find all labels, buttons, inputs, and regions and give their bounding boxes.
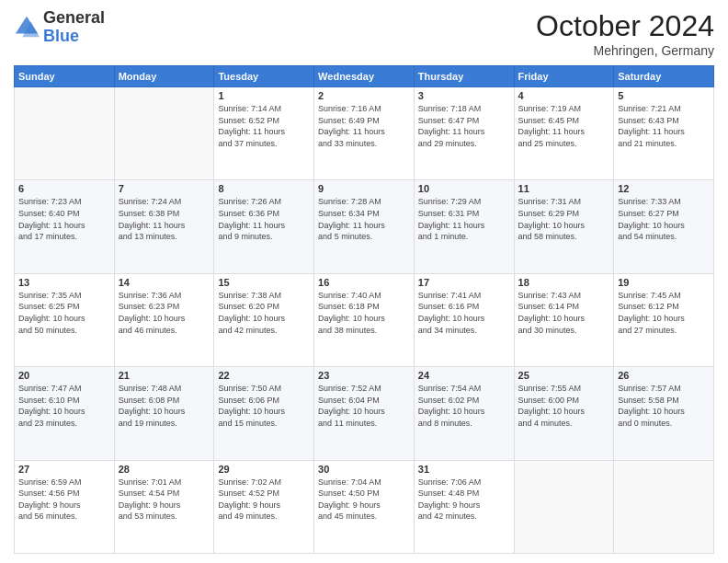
day-info: Sunrise: 7:23 AM Sunset: 6:40 PM Dayligh… <box>18 196 110 242</box>
day-info: Sunrise: 7:16 AM Sunset: 6:49 PM Dayligh… <box>318 103 410 149</box>
day-info: Sunrise: 7:24 AM Sunset: 6:38 PM Dayligh… <box>119 196 210 242</box>
calendar-week-row: 1Sunrise: 7:14 AM Sunset: 6:52 PM Daylig… <box>15 87 714 180</box>
day-info: Sunrise: 7:55 AM Sunset: 6:00 PM Dayligh… <box>518 383 610 429</box>
calendar-cell: 17Sunrise: 7:41 AM Sunset: 6:16 PM Dayli… <box>414 273 514 366</box>
calendar-cell: 27Sunrise: 6:59 AM Sunset: 4:56 PM Dayli… <box>15 460 115 553</box>
day-info: Sunrise: 7:02 AM Sunset: 4:52 PM Dayligh… <box>218 477 310 523</box>
calendar-week-row: 20Sunrise: 7:47 AM Sunset: 6:10 PM Dayli… <box>15 367 714 460</box>
day-number: 2 <box>318 90 410 101</box>
day-number: 20 <box>18 370 110 381</box>
calendar-cell: 23Sunrise: 7:52 AM Sunset: 6:04 PM Dayli… <box>314 367 415 460</box>
day-info: Sunrise: 7:28 AM Sunset: 6:34 PM Dayligh… <box>318 196 410 242</box>
day-of-week-header: Tuesday <box>214 66 314 87</box>
day-number: 25 <box>518 370 610 381</box>
day-number: 22 <box>218 370 310 381</box>
calendar-cell: 11Sunrise: 7:31 AM Sunset: 6:29 PM Dayli… <box>514 180 614 273</box>
calendar-cell: 24Sunrise: 7:54 AM Sunset: 6:02 PM Dayli… <box>414 367 514 460</box>
calendar-cell <box>114 87 214 180</box>
day-info: Sunrise: 7:18 AM Sunset: 6:47 PM Dayligh… <box>418 103 510 149</box>
day-info: Sunrise: 7:54 AM Sunset: 6:02 PM Dayligh… <box>418 383 510 429</box>
day-number: 27 <box>18 464 110 475</box>
day-number: 9 <box>318 183 410 194</box>
day-number: 26 <box>618 370 710 381</box>
day-number: 7 <box>119 183 210 194</box>
calendar-cell: 1Sunrise: 7:14 AM Sunset: 6:52 PM Daylig… <box>214 87 314 180</box>
day-number: 10 <box>418 183 510 194</box>
calendar-cell: 18Sunrise: 7:43 AM Sunset: 6:14 PM Dayli… <box>514 273 614 366</box>
day-info: Sunrise: 7:19 AM Sunset: 6:45 PM Dayligh… <box>518 103 610 149</box>
day-info: Sunrise: 7:35 AM Sunset: 6:25 PM Dayligh… <box>18 290 110 336</box>
calendar-table: SundayMondayTuesdayWednesdayThursdayFrid… <box>14 65 714 554</box>
day-info: Sunrise: 7:43 AM Sunset: 6:14 PM Dayligh… <box>518 290 610 336</box>
day-of-week-header: Sunday <box>15 66 115 87</box>
calendar-week-row: 6Sunrise: 7:23 AM Sunset: 6:40 PM Daylig… <box>15 180 714 273</box>
day-info: Sunrise: 7:47 AM Sunset: 6:10 PM Dayligh… <box>18 383 110 429</box>
calendar-cell: 3Sunrise: 7:18 AM Sunset: 6:47 PM Daylig… <box>414 87 514 180</box>
day-number: 28 <box>119 464 210 475</box>
day-number: 17 <box>418 277 510 288</box>
day-number: 12 <box>618 183 710 194</box>
day-info: Sunrise: 7:29 AM Sunset: 6:31 PM Dayligh… <box>418 196 510 242</box>
calendar-header-row: SundayMondayTuesdayWednesdayThursdayFrid… <box>15 66 714 87</box>
day-number: 6 <box>18 183 110 194</box>
calendar-cell <box>15 87 115 180</box>
calendar-cell: 15Sunrise: 7:38 AM Sunset: 6:20 PM Dayli… <box>214 273 314 366</box>
calendar-cell <box>514 460 614 553</box>
calendar-cell: 12Sunrise: 7:33 AM Sunset: 6:27 PM Dayli… <box>614 180 714 273</box>
day-number: 21 <box>119 370 210 381</box>
calendar-cell: 31Sunrise: 7:06 AM Sunset: 4:48 PM Dayli… <box>414 460 514 553</box>
calendar-cell: 19Sunrise: 7:45 AM Sunset: 6:12 PM Dayli… <box>614 273 714 366</box>
calendar-cell: 13Sunrise: 7:35 AM Sunset: 6:25 PM Dayli… <box>15 273 115 366</box>
calendar-cell: 28Sunrise: 7:01 AM Sunset: 4:54 PM Dayli… <box>114 460 214 553</box>
day-info: Sunrise: 7:01 AM Sunset: 4:54 PM Dayligh… <box>119 477 210 523</box>
calendar-cell: 14Sunrise: 7:36 AM Sunset: 6:23 PM Dayli… <box>114 273 214 366</box>
day-of-week-header: Thursday <box>414 66 514 87</box>
day-of-week-header: Wednesday <box>314 66 415 87</box>
calendar-cell <box>614 460 714 553</box>
day-info: Sunrise: 7:36 AM Sunset: 6:23 PM Dayligh… <box>119 290 210 336</box>
day-info: Sunrise: 7:41 AM Sunset: 6:16 PM Dayligh… <box>418 290 510 336</box>
calendar-cell: 5Sunrise: 7:21 AM Sunset: 6:43 PM Daylig… <box>614 87 714 180</box>
day-info: Sunrise: 7:06 AM Sunset: 4:48 PM Dayligh… <box>418 477 510 523</box>
day-info: Sunrise: 7:48 AM Sunset: 6:08 PM Dayligh… <box>119 383 210 429</box>
day-number: 15 <box>218 277 310 288</box>
day-number: 24 <box>418 370 510 381</box>
day-info: Sunrise: 7:57 AM Sunset: 5:58 PM Dayligh… <box>618 383 710 429</box>
day-info: Sunrise: 6:59 AM Sunset: 4:56 PM Dayligh… <box>18 477 110 523</box>
calendar-cell: 8Sunrise: 7:26 AM Sunset: 6:36 PM Daylig… <box>214 180 314 273</box>
calendar-cell: 7Sunrise: 7:24 AM Sunset: 6:38 PM Daylig… <box>114 180 214 273</box>
day-info: Sunrise: 7:26 AM Sunset: 6:36 PM Dayligh… <box>218 196 310 242</box>
logo-general: General <box>43 8 105 27</box>
day-of-week-header: Monday <box>114 66 214 87</box>
page: General Blue October 2024 Mehringen, Ger… <box>0 0 728 563</box>
calendar-cell: 20Sunrise: 7:47 AM Sunset: 6:10 PM Dayli… <box>15 367 115 460</box>
logo: General Blue <box>14 9 105 46</box>
calendar-cell: 6Sunrise: 7:23 AM Sunset: 6:40 PM Daylig… <box>15 180 115 273</box>
day-number: 8 <box>218 183 310 194</box>
day-number: 13 <box>18 277 110 288</box>
day-number: 5 <box>618 90 710 101</box>
calendar-week-row: 13Sunrise: 7:35 AM Sunset: 6:25 PM Dayli… <box>15 273 714 366</box>
day-info: Sunrise: 7:33 AM Sunset: 6:27 PM Dayligh… <box>618 196 710 242</box>
calendar-cell: 9Sunrise: 7:28 AM Sunset: 6:34 PM Daylig… <box>314 180 415 273</box>
day-info: Sunrise: 7:50 AM Sunset: 6:06 PM Dayligh… <box>218 383 310 429</box>
day-number: 11 <box>518 183 610 194</box>
day-number: 19 <box>618 277 710 288</box>
day-number: 31 <box>418 464 510 475</box>
day-info: Sunrise: 7:38 AM Sunset: 6:20 PM Dayligh… <box>218 290 310 336</box>
day-info: Sunrise: 7:31 AM Sunset: 6:29 PM Dayligh… <box>518 196 610 242</box>
logo-text: General Blue <box>43 9 105 46</box>
calendar-cell: 25Sunrise: 7:55 AM Sunset: 6:00 PM Dayli… <box>514 367 614 460</box>
logo-icon <box>14 15 40 40</box>
location-subtitle: Mehringen, Germany <box>536 43 714 58</box>
header: General Blue October 2024 Mehringen, Ger… <box>14 9 714 58</box>
calendar-cell: 22Sunrise: 7:50 AM Sunset: 6:06 PM Dayli… <box>214 367 314 460</box>
day-of-week-header: Friday <box>514 66 614 87</box>
logo-blue: Blue <box>43 27 79 45</box>
day-number: 14 <box>119 277 210 288</box>
day-number: 29 <box>218 464 310 475</box>
month-title: October 2024 <box>536 9 714 43</box>
calendar-cell: 4Sunrise: 7:19 AM Sunset: 6:45 PM Daylig… <box>514 87 614 180</box>
day-info: Sunrise: 7:04 AM Sunset: 4:50 PM Dayligh… <box>318 477 410 523</box>
day-number: 18 <box>518 277 610 288</box>
